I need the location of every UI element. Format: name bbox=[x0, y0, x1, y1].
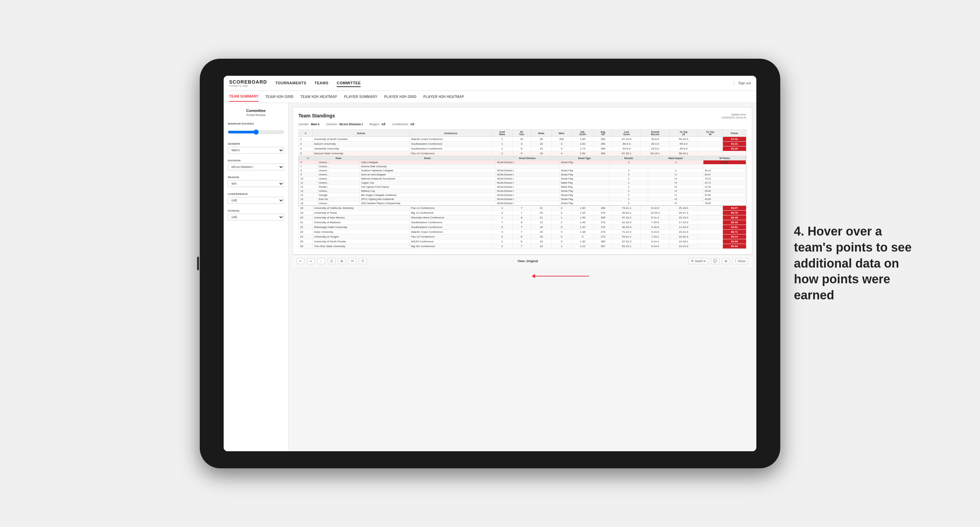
table-row[interactable]: 3 Vanderbilt University Southeastern Con… bbox=[299, 146, 746, 151]
col-overall: OverallRecord bbox=[641, 130, 669, 137]
app-logo: SCOREBOARD bbox=[229, 79, 267, 85]
tab-team-h2h-heatmap[interactable]: TEAM H2H HEATMAP bbox=[301, 92, 337, 102]
top-navigation: SCOREBOARD Powered by clippi TOURNAMENTS… bbox=[224, 76, 756, 91]
logo-area: SCOREBOARD Powered by clippi bbox=[229, 79, 267, 87]
gender-label: Gender bbox=[228, 142, 284, 145]
tablet-side-button bbox=[197, 257, 199, 270]
update-time: Update time: 13/03/2024 10:03:42 bbox=[722, 113, 746, 119]
watch-button[interactable]: 👁 Watch ▾ bbox=[688, 258, 708, 264]
popup-table-row: 7 Univers... Arizona State University bbox=[299, 165, 746, 168]
table-row[interactable]: 23 Duke University Atlantic Coast Confer… bbox=[299, 230, 746, 235]
tablet-device: SCOREBOARD Powered by clippi TOURNAMENTS… bbox=[200, 59, 780, 468]
report-title: Team Standings bbox=[298, 113, 335, 118]
popup-table-row: 16 Univers... 2023 Sahalee Players Champ… bbox=[299, 202, 746, 205]
table-row[interactable]: 1 University of North Carolina Atlantic … bbox=[299, 137, 746, 142]
tab-team-h2h-grid[interactable]: TEAM H2H GRID bbox=[265, 92, 294, 102]
popup-header: # Team Event Event Division Event Type R… bbox=[299, 156, 746, 160]
col-vs25: Vs Top25 bbox=[669, 130, 698, 137]
filter-division: Division: NCAA Division I bbox=[326, 122, 363, 126]
popup-table: # Team Event Event Division Event Type R… bbox=[299, 156, 746, 205]
popup-row: # Team Event Event Division Event Type R… bbox=[299, 156, 746, 206]
table-row[interactable]: 20 University of New Mexico Mountain Wes… bbox=[299, 215, 746, 220]
sidebar-gender: Gender Men's bbox=[228, 142, 284, 154]
popup-table-row: 6 Univers... Cabo Collegiate NCAA Divisi… bbox=[299, 160, 746, 165]
region-select[interactable]: N/A bbox=[228, 180, 284, 187]
bottom-toolbar: ↩ ↪ ← ⊡ ⊞ ••• ⏱ View: Original 👁 Watch ▾… bbox=[293, 255, 752, 267]
popup-table-row: 8 Univers... Southern Highlands Collegia… bbox=[299, 168, 746, 173]
nav-committee[interactable]: COMMITTEE bbox=[337, 79, 361, 87]
undo-button[interactable]: ↩ bbox=[297, 258, 304, 264]
popup-table-row: 13 Univers... Williams Cup NCAA Division… bbox=[299, 189, 746, 193]
table-row[interactable]: 19 University of Texas Big 12 Conference… bbox=[299, 211, 746, 215]
app-logo-sub: Powered by clippi bbox=[229, 85, 267, 87]
tab-player-summary[interactable]: PLAYER SUMMARY bbox=[344, 92, 377, 102]
popup-table-row: 10 Univers... National Invitational Tour… bbox=[299, 177, 746, 181]
arrow-head-left bbox=[532, 274, 535, 278]
paste-button[interactable]: ⊞ bbox=[338, 258, 345, 264]
annotation-text: 4. Hover over a team's points to see add… bbox=[794, 224, 924, 303]
nav-tournaments[interactable]: TOURNAMENTS bbox=[275, 79, 306, 87]
more-button[interactable]: ••• bbox=[348, 258, 356, 264]
col-conference: Conference bbox=[409, 130, 492, 137]
table-row[interactable]: 26 The Ohio State University Big Ten Con… bbox=[299, 244, 746, 249]
col-low-score: LowScore bbox=[612, 130, 641, 137]
gender-select[interactable]: Men's bbox=[228, 147, 284, 154]
sidebar-school: School (All) bbox=[228, 209, 284, 221]
table-row[interactable]: 18 University of California, Berkeley Pa… bbox=[299, 206, 746, 211]
report-header: Team Standings Update time: 13/03/2024 1… bbox=[298, 113, 746, 119]
timer-button[interactable]: ⏱ bbox=[359, 258, 367, 264]
portal-title: Committee bbox=[228, 108, 284, 113]
popup-table-row: 9 Univers... Amer An Intercollegiate NCA… bbox=[299, 173, 746, 177]
tab-player-h2h-heatmap[interactable]: PLAYER H2H HEATMAP bbox=[423, 92, 464, 102]
view-label: View: Original bbox=[517, 259, 538, 263]
conference-select[interactable]: (All) bbox=[228, 197, 284, 204]
col-avg-sg: Avg.SG bbox=[594, 130, 612, 137]
table-row[interactable]: 21 University of Alabama Southeastern Co… bbox=[299, 220, 746, 225]
tab-team-summary[interactable]: TEAM SUMMARY bbox=[229, 92, 258, 102]
col-no-tour: NoTour bbox=[512, 130, 531, 137]
sidebar-min-rounds: Minimum Rounds bbox=[228, 122, 284, 137]
sidebar-conference: Conference (All) bbox=[228, 192, 284, 204]
col-school: School bbox=[312, 130, 409, 137]
region-label: Region bbox=[228, 176, 284, 179]
expand-button[interactable]: ⊞ bbox=[722, 258, 730, 264]
standings-table: # School Conference ConfRank NoTour Rnds… bbox=[298, 129, 746, 249]
nav-teams[interactable]: TEAMS bbox=[315, 79, 328, 87]
table-row[interactable]: 25 University of North Florida ASUN Conf… bbox=[299, 239, 746, 244]
table-header-row: # School Conference ConfRank NoTour Rnds… bbox=[299, 130, 746, 137]
sign-out-button[interactable]: Sign out bbox=[734, 81, 751, 85]
back-button[interactable]: ← bbox=[317, 258, 325, 264]
school-label: School bbox=[228, 209, 284, 212]
popup-table-row: 11 Univers... Copper Cup NCAA Division I… bbox=[299, 181, 746, 185]
conference-label: Conference bbox=[228, 192, 284, 195]
filter-gender: Gender: Men's bbox=[298, 122, 320, 126]
table-row[interactable]: 22 Mississippi State University Southeas… bbox=[299, 225, 746, 230]
portal-sub: Portal Review bbox=[228, 113, 284, 117]
table-row[interactable]: 2 Auburn University Southeastern Confere… bbox=[299, 142, 746, 146]
share-button[interactable]: ⤴ Share bbox=[732, 258, 748, 264]
tab-player-h2h-grid[interactable]: PLAYER H2H GRID bbox=[384, 92, 417, 102]
popup-table-row: 15 East Ten OFCC Fighting Illini Invitat… bbox=[299, 197, 746, 202]
col-rank: # bbox=[299, 130, 313, 137]
sidebar-division: Division NCAA Division I bbox=[228, 159, 284, 170]
school-select[interactable]: (All) bbox=[228, 214, 284, 221]
tablet-screen: SCOREBOARD Powered by clippi TOURNAMENTS… bbox=[224, 76, 756, 451]
min-rounds-slider[interactable] bbox=[228, 128, 284, 136]
table-row[interactable]: 24 University of Oregon Pac-12 Conferenc… bbox=[299, 235, 746, 239]
report-area: Team Standings Update time: 13/03/2024 1… bbox=[288, 103, 756, 451]
sidebar: Committee Portal Review Minimum Rounds G… bbox=[224, 103, 288, 451]
col-vs50: Vs Top50 bbox=[698, 130, 723, 137]
comment-button[interactable]: 💬 bbox=[711, 258, 719, 264]
copy-button[interactable]: ⊡ bbox=[328, 258, 335, 264]
sidebar-region: Region N/A bbox=[228, 176, 284, 187]
col-wins: Wins bbox=[552, 130, 572, 137]
table-row-highlighted[interactable]: 4 Arizona State University Pac-12 Confer… bbox=[299, 151, 746, 156]
division-select[interactable]: NCAA Division I bbox=[228, 163, 284, 170]
col-rnds: Rnds bbox=[531, 130, 552, 137]
redo-button[interactable]: ↪ bbox=[307, 258, 315, 264]
arrow-indicator bbox=[535, 276, 589, 276]
min-rounds-label: Minimum Rounds bbox=[228, 122, 284, 125]
col-conf-rank: ConfRank bbox=[492, 130, 512, 137]
filter-conference: Conference: All bbox=[392, 122, 414, 126]
filter-region: Region: All bbox=[369, 122, 385, 126]
